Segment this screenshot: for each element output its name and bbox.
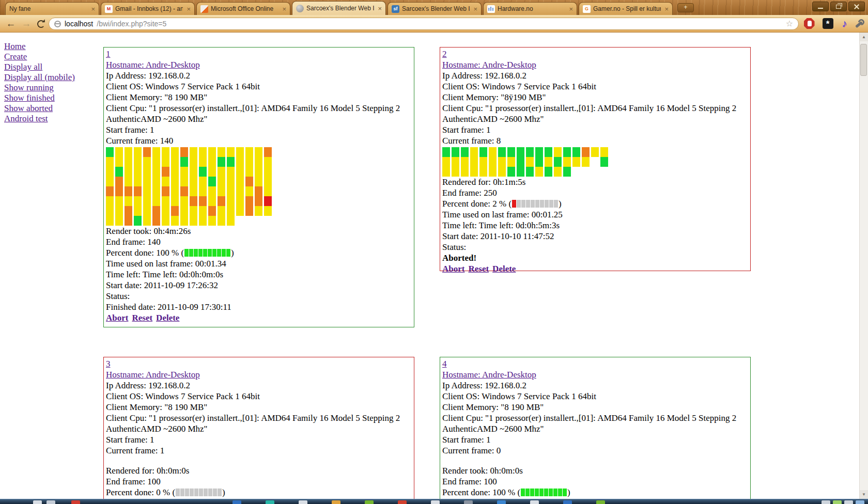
frame-cell: [264, 196, 272, 206]
sidebar-link-display-all-mobile[interactable]: Display all (mobile): [4, 72, 75, 83]
frame-cell: [245, 147, 253, 157]
taskbar-icon[interactable]: [33, 500, 42, 504]
browser-tab[interactable]: GGamer.no - Spill er kultur×: [579, 2, 673, 15]
taskbar-icon[interactable]: [530, 500, 539, 504]
scrollbar-thumb[interactable]: [860, 44, 867, 76]
back-button[interactable]: ←: [4, 17, 18, 30]
restore-button[interactable]: [830, 2, 847, 11]
frame-cell: [461, 167, 469, 177]
music-note-extension-icon[interactable]: ♪: [837, 17, 851, 30]
frame-cell: [106, 186, 114, 196]
web-page: HomeCreateDisplay allDisplay all (mobile…: [0, 33, 868, 499]
forward-button[interactable]: →: [20, 17, 33, 30]
taskbar-icon[interactable]: [71, 500, 80, 504]
browser-tab[interactable]: Microsoft Office Online×: [196, 2, 290, 15]
browser-tab[interactable]: MGmail - Innboks (12) - andr×: [101, 2, 195, 15]
frame-cell: [507, 147, 515, 157]
tab-close-button[interactable]: ×: [281, 6, 286, 12]
sidebar-link-display-all[interactable]: Display all: [4, 62, 75, 72]
job-info-line: Current frame: 0: [442, 445, 748, 456]
percent-segment: [217, 249, 221, 257]
browser-tab[interactable]: ılıHardware.no×: [483, 2, 577, 15]
frame-cell: [545, 167, 552, 177]
taskbar-icon[interactable]: [563, 500, 572, 504]
browser-tab[interactable]: Ny fane×: [5, 2, 99, 15]
taskbar-icon[interactable]: [596, 500, 605, 504]
frame-cell: [489, 157, 497, 167]
sidebar-link-home[interactable]: Home: [4, 41, 75, 52]
tab-close-button[interactable]: ×: [663, 6, 669, 12]
tab-close-button[interactable]: ×: [568, 6, 573, 12]
taskbar-icon[interactable]: [464, 500, 473, 504]
percent-segment: [531, 200, 535, 208]
taskbar-icon[interactable]: [365, 500, 374, 504]
bookmark-star-icon[interactable]: ☆: [786, 20, 793, 28]
job-id-link[interactable]: 2: [442, 49, 447, 59]
hostname-link[interactable]: Hostname: Andre-Desktop: [106, 370, 200, 380]
taskbar-icon[interactable]: [833, 500, 842, 504]
taskbar-icon[interactable]: [266, 500, 274, 504]
frame-cell: [227, 196, 235, 206]
frame-cell: [190, 157, 197, 167]
job-action-delete-link[interactable]: Delete: [492, 264, 516, 274]
sidebar-link-show-aborted[interactable]: Show aborted: [4, 103, 75, 114]
scroll-down-arrow[interactable]: ▼: [860, 490, 868, 499]
browser-tab-active[interactable]: Sarcoex's Blender Web Inter×: [292, 1, 386, 15]
sidebar-link-show-finished[interactable]: Show finished: [4, 93, 75, 103]
job-action-delete-link[interactable]: Delete: [156, 313, 179, 323]
adblock-stop-icon[interactable]: [802, 17, 816, 30]
taskbar-icon[interactable]: [233, 500, 241, 504]
browser-tab[interactable]: sfSarcoex's Blender Web Inter×: [388, 2, 482, 15]
close-button[interactable]: [848, 2, 865, 11]
new-tab-button[interactable]: +: [677, 3, 694, 12]
job-action-abort-link[interactable]: Abort: [106, 313, 128, 323]
taskbar-icon[interactable]: [47, 500, 55, 504]
frame-cell: [143, 186, 151, 196]
tab-close-button[interactable]: ×: [185, 6, 191, 12]
hostname-link[interactable]: Hostname: Andre-Desktop: [106, 60, 200, 70]
tab-title: Hardware.no: [498, 5, 565, 12]
taskbar-icon[interactable]: [431, 500, 440, 504]
job-info-line: Render took: 0h:0m:0s: [442, 465, 748, 476]
taskbar-icon[interactable]: [332, 500, 340, 504]
hostname-link[interactable]: Hostname: Andre-Desktop: [442, 60, 536, 70]
address-bar[interactable]: localhost/bwi/index.php?site=5 ☆: [49, 18, 799, 30]
taskbar-icon[interactable]: [856, 500, 864, 504]
job-id-link[interactable]: 3: [106, 359, 111, 369]
job-info-line: Client Memory: "8 190 MB": [106, 402, 412, 413]
job-id-link[interactable]: 1: [106, 49, 111, 59]
minimize-button[interactable]: [812, 2, 829, 11]
asterisk-extension-icon[interactable]: *: [820, 17, 835, 30]
tab-close-button[interactable]: ×: [90, 6, 95, 12]
wrench-settings-icon[interactable]: [853, 17, 867, 30]
tab-close-button[interactable]: ×: [472, 6, 477, 12]
taskbar-icon[interactable]: [822, 500, 830, 504]
close-icon: [854, 4, 860, 10]
taskbar-icon[interactable]: [398, 500, 407, 504]
job-action-reset-link[interactable]: Reset: [468, 264, 489, 274]
job-id-link[interactable]: 4: [442, 359, 447, 369]
scroll-up-arrow[interactable]: ▲: [860, 33, 868, 41]
frame-cell: [125, 216, 132, 226]
taskbar-icon[interactable]: [844, 500, 853, 504]
frame-cell: [199, 196, 207, 206]
frame-cell: [236, 196, 244, 206]
frame-cell: [143, 167, 151, 177]
frame-cell: [125, 206, 132, 216]
frame-cell: [143, 216, 151, 226]
windows-taskbar[interactable]: [0, 499, 868, 504]
taskbar-icon[interactable]: [497, 500, 506, 504]
frame-cell: [227, 177, 235, 186]
vertical-scrollbar[interactable]: ▲ ▼: [859, 33, 868, 499]
taskbar-icon[interactable]: [299, 500, 307, 504]
sidebar-link-android-test[interactable]: Android test: [4, 114, 75, 124]
job-info-line: Status:: [106, 291, 412, 302]
tab-close-button[interactable]: ×: [377, 5, 382, 12]
sidebar-link-create[interactable]: Create: [4, 52, 75, 62]
job-action-reset-link[interactable]: Reset: [132, 313, 152, 323]
hostname-link[interactable]: Hostname: Andre-Desktop: [442, 370, 536, 380]
reload-button[interactable]: [34, 17, 48, 30]
sidebar-link-show-running[interactable]: Show running: [4, 83, 75, 93]
job-action-abort-link[interactable]: Abort: [442, 264, 464, 274]
percent-close: ): [222, 487, 225, 497]
